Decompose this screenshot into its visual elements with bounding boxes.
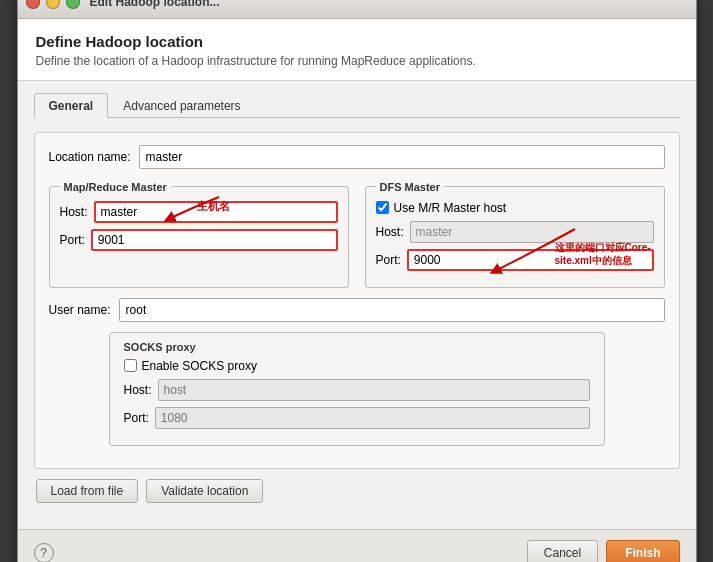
dfs-fieldset: DFS Master Use M/R Master host Host: Por… — [365, 181, 665, 288]
dialog-header-desc: Define the location of a Hadoop infrastr… — [36, 54, 678, 68]
dfs-port-row: Port: — [376, 249, 654, 271]
dfs-use-mr-checkbox[interactable] — [376, 201, 389, 214]
socks-host-row: Host: — [124, 379, 590, 401]
socks-enable-row: Enable SOCKS proxy — [124, 359, 590, 373]
mr-host-label: Host: — [60, 205, 88, 219]
socks-enable-label: Enable SOCKS proxy — [142, 359, 257, 373]
socks-port-row: Port: — [124, 407, 590, 429]
dfs-host-label: Host: — [376, 225, 404, 239]
footer-left: ? — [34, 543, 54, 563]
two-column-section: Map/Reduce Master Host: Port: DFS Master — [49, 181, 665, 288]
title-bar-buttons — [26, 0, 80, 9]
socks-enable-checkbox[interactable] — [124, 359, 137, 372]
socks-box: SOCKS proxy Enable SOCKS proxy Host: Por… — [109, 332, 605, 446]
mapreduce-legend: Map/Reduce Master — [60, 181, 171, 193]
minimize-button[interactable] — [46, 0, 60, 9]
username-label: User name: — [49, 303, 111, 317]
footer-right: Cancel Finish — [527, 540, 680, 563]
mr-port-row: Port: — [60, 229, 338, 251]
username-row: User name: — [49, 298, 665, 322]
dialog-header-title: Define Hadoop location — [36, 33, 678, 50]
dialog-footer: ? Cancel Finish — [18, 529, 696, 563]
socks-host-label: Host: — [124, 383, 152, 397]
tab-advanced[interactable]: Advanced parameters — [108, 93, 255, 118]
mr-host-row: Host: — [60, 201, 338, 223]
window-title: Edit Hadoop location... — [90, 0, 220, 9]
help-icon[interactable]: ? — [34, 543, 54, 563]
socks-title: SOCKS proxy — [124, 341, 590, 353]
dfs-host-row: Host: — [376, 221, 654, 243]
location-name-label: Location name: — [49, 150, 131, 164]
dialog-header: Define Hadoop location Define the locati… — [18, 19, 696, 81]
dfs-host-input[interactable] — [410, 221, 654, 243]
main-window: Edit Hadoop location... Define Hadoop lo… — [17, 0, 697, 562]
finish-button[interactable]: Finish — [606, 540, 679, 563]
socks-port-label: Port: — [124, 411, 149, 425]
location-name-row: Location name: — [49, 145, 665, 169]
tab-general[interactable]: General — [34, 93, 109, 118]
validate-location-button[interactable]: Validate location — [146, 479, 263, 503]
dfs-use-mr-label: Use M/R Master host — [394, 201, 507, 215]
location-name-input[interactable] — [139, 145, 665, 169]
mr-host-input[interactable] — [94, 201, 338, 223]
socks-port-input[interactable] — [155, 407, 590, 429]
form-section: Location name: Map/Reduce Master Host: P… — [34, 132, 680, 469]
dfs-port-input[interactable] — [407, 249, 654, 271]
mr-port-label: Port: — [60, 233, 85, 247]
dialog-body: General Advanced parameters Location nam… — [18, 81, 696, 529]
mr-port-input[interactable] — [91, 229, 338, 251]
load-from-file-button[interactable]: Load from file — [36, 479, 139, 503]
username-input[interactable] — [119, 298, 665, 322]
dfs-legend: DFS Master — [376, 181, 445, 193]
bottom-buttons: Load from file Validate location — [34, 479, 680, 503]
maximize-button[interactable] — [66, 0, 80, 9]
socks-host-input[interactable] — [158, 379, 590, 401]
dfs-port-label: Port: — [376, 253, 401, 267]
close-button[interactable] — [26, 0, 40, 9]
dfs-use-mr-row: Use M/R Master host — [376, 201, 654, 215]
mapreduce-fieldset: Map/Reduce Master Host: Port: — [49, 181, 349, 288]
tabs-container: General Advanced parameters — [34, 93, 680, 118]
title-bar: Edit Hadoop location... — [18, 0, 696, 19]
cancel-button[interactable]: Cancel — [527, 540, 598, 563]
